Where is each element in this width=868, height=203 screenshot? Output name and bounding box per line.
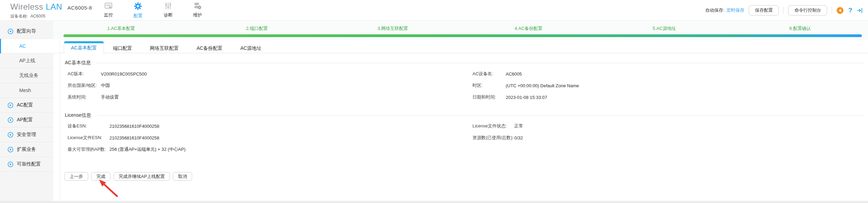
divider (783, 7, 784, 14)
timezone-value: (UTC +00:00:00) Default Zone Name (506, 83, 579, 88)
app-header: Wireless LAN AC6005-8 设备名称: AC6005 监控 配置… (0, 0, 868, 21)
divider (97, 115, 864, 116)
section-title: AC基本信息 (65, 60, 91, 66)
wizard-step-1: 1.AC基本配置 (53, 25, 189, 32)
device-name-value: AC6005 (31, 14, 45, 19)
field-label: 设备ESN: (68, 123, 109, 129)
monitor-icon (104, 2, 113, 11)
sidebar-item-ap-config[interactable]: AP配置 (0, 113, 53, 127)
maintain-icon (193, 2, 202, 11)
chevron-right-circle-icon (8, 147, 13, 153)
wizard-step-3: 3.网络互联配置 (325, 25, 461, 32)
ac-device-name-value: AC6005 (506, 71, 522, 77)
nav-maintain[interactable]: 维护 (182, 2, 213, 18)
wizard-progress-bar (63, 34, 862, 37)
brand-wireless: Wireless (10, 2, 43, 11)
tab-ac-backup-config[interactable]: AC备份配置 (188, 43, 231, 53)
field-label: License文件ESN: (68, 135, 109, 141)
device-name-label: 设备名称: (10, 14, 28, 19)
sidebar-item-wireless-service[interactable]: 无线业务 (0, 68, 53, 83)
brand-lan: LAN (46, 2, 62, 11)
country-value: 中国 (101, 82, 110, 89)
finish-and-continue-ap-button[interactable]: 完成并继续AP上线配置 (114, 172, 170, 181)
wizard-steps-band: 1.AC基本配置 2.端口配置 3.网络互联配置 4.AC备份配置 5.AC源地… (53, 21, 868, 40)
field-label: AC版本: (68, 71, 101, 77)
tab-port-config[interactable]: 端口配置 (104, 43, 141, 53)
tab-network-interconnect-config[interactable]: 网络互联配置 (141, 43, 188, 53)
nav-configuration[interactable]: 配置 (122, 2, 153, 19)
cancel-button[interactable]: 取消 (173, 172, 192, 181)
diagnose-sliders-icon (164, 2, 172, 11)
field-row: 系统时间:手动设置 日期和时间:2023-01-08 15:33:07 (60, 91, 868, 103)
wizard-step-5: 5.AC源地址 (596, 25, 732, 32)
autosave-label: 自动保存: (705, 8, 725, 13)
field-label: License文件状态: (472, 123, 514, 129)
undo-icon[interactable] (836, 7, 844, 14)
license-esn-value: 210235681610F4000258 (109, 135, 159, 140)
autosave-mode-link[interactable]: 定时保存 (726, 8, 744, 13)
tab-ac-basic-config[interactable]: AC基本配置 (64, 41, 104, 53)
help-icon[interactable]: ? (848, 7, 852, 14)
sidebar-item-ap-online[interactable]: AP上线 (0, 54, 53, 68)
sidebar-item-config-wizard[interactable]: 配置向导 (0, 24, 53, 39)
field-row: 设备ESN:210235681610F4000258 License文件状态:正… (60, 120, 868, 132)
field-label: 时区: (472, 82, 506, 89)
nav-diagnose[interactable]: 诊断 (153, 2, 184, 18)
field-label: 资源数(已使用/总数): (472, 135, 514, 141)
datetime-value: 2023-01-08 15:33:07 (506, 95, 547, 100)
chevron-right-circle-icon (8, 117, 13, 123)
section-license-info: License信息 设备ESN:210235681610F4000258 Lic… (60, 112, 868, 155)
field-label: 所在国家/地区: (68, 82, 101, 89)
tab-ac-source-address[interactable]: AC源地址 (231, 43, 270, 53)
sidebar-item-ac[interactable]: AC (0, 39, 60, 54)
nav-monitor[interactable]: 监控 (93, 2, 124, 18)
logout-icon[interactable] (857, 7, 863, 14)
divider (832, 7, 832, 14)
field-row: 所在国家/地区:中国 时区:(UTC +00:00:00) Default Zo… (60, 80, 868, 91)
tab-bar: AC基本配置 端口配置 网络互联配置 AC备份配置 AC源地址 (64, 41, 868, 53)
field-label: 最大可管理的AP数: (68, 146, 109, 153)
chevron-right-circle-icon (8, 161, 13, 167)
sidebar-item-security[interactable]: 安全管理 (0, 127, 53, 142)
field-label: AC设备名: (472, 71, 506, 77)
page-bottom-strip (0, 201, 868, 203)
license-status-value: 正常 (514, 123, 523, 129)
field-row: AC版本:V200R019C00SPC500 AC设备名:AC6005 (60, 68, 868, 80)
section-title: License信息 (65, 112, 91, 119)
brand: Wireless LAN AC6005-8 设备名称: AC6005 (10, 2, 92, 19)
wizard-step-4: 4.AC备份配置 (460, 25, 596, 32)
max-ap-value: 256 (普通AP+远端单元) + 32 (中心AP) (109, 146, 186, 153)
chevron-right-circle-icon (8, 102, 13, 108)
wizard-step-2: 2.端口配置 (189, 25, 325, 32)
gear-icon (133, 2, 142, 11)
system-time-value: 手动设置 (101, 94, 119, 100)
save-config-button[interactable]: 保存配置 (749, 5, 779, 15)
brand-model: AC6005-8 (68, 5, 92, 11)
footer-button-bar: 上一步 完成 完成并继续AP上线配置 取消 (64, 172, 868, 181)
sidebar: 配置向导 AC AP上线 无线业务 Mesh AC配置 AP配置 安全管理 扩展… (0, 21, 53, 201)
field-label: 日期和时间: (472, 94, 506, 100)
resource-count-value: 0/32 (514, 135, 523, 140)
divider (97, 63, 864, 63)
main-content: AC基本配置 端口配置 网络互联配置 AC备份配置 AC源地址 AC基本信息 A… (60, 40, 868, 201)
wizard-step-6: 6.配置确认 (732, 25, 868, 32)
field-row: License文件ESN:210235681610F4000258 资源数(已使… (60, 132, 868, 144)
sidebar-item-reliability[interactable]: 可靠性配置 (0, 157, 53, 172)
finish-button[interactable]: 完成 (91, 172, 110, 181)
cli-console-button[interactable]: 命令行控制台 (788, 5, 827, 15)
previous-step-button[interactable]: 上一步 (64, 172, 88, 181)
field-row: 最大可管理的AP数:256 (普通AP+远端单元) + 32 (中心AP) (60, 144, 868, 155)
chevron-down-circle-icon (8, 29, 13, 34)
ac-version-value: V200R019C00SPC500 (101, 71, 147, 77)
field-label: 系统时间: (68, 94, 101, 100)
chevron-right-circle-icon (8, 132, 13, 138)
sidebar-item-extended-service[interactable]: 扩展业务 (0, 142, 53, 157)
sidebar-item-mesh[interactable]: Mesh (0, 83, 53, 98)
section-ac-basic-info: AC基本信息 AC版本:V200R019C00SPC500 AC设备名:AC60… (60, 60, 868, 103)
sidebar-item-ac-config[interactable]: AC配置 (0, 98, 53, 113)
device-esn-value: 210235681610F4000258 (109, 124, 159, 129)
